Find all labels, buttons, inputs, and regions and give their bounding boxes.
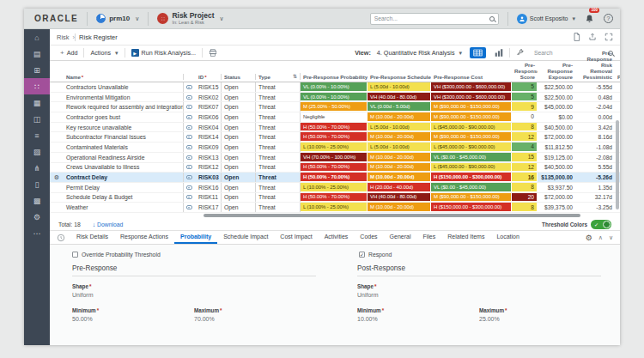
pre-response-exposure-cell[interactable]: $11,812.50 [538, 143, 575, 152]
header-status[interactable]: Status [222, 74, 256, 80]
pre-response-cost-cell[interactable]: L ($45,000.00 - $90,000.00) [431, 123, 512, 132]
pre-response-probability-cell[interactable]: H (50.00% - 70.00%) [301, 163, 368, 173]
sidebar-item-settings[interactable]: ⚙ [24, 209, 50, 225]
risk-status-cell[interactable]: Open [222, 123, 256, 132]
pre-response-exposure-cell[interactable]: $45,000.00 [538, 102, 575, 112]
sort-icon[interactable]: ⇅ [290, 73, 301, 80]
shape-value[interactable]: Uniform [72, 292, 316, 298]
risk-id-cell[interactable]: RISK16 [196, 183, 222, 192]
tab-response-actions[interactable]: Response Actions [114, 231, 174, 244]
pre-response-exposure-cell[interactable]: $3,937.50 [538, 183, 575, 192]
risk-type-cell[interactable]: Threat [256, 143, 290, 152]
risk-row-RISK13[interactable]: Operational Readiness AirsideRISK13OpenT… [50, 153, 620, 163]
checkbox-icon[interactable] [72, 252, 78, 258]
pre-response-score-cell[interactable]: 5 [512, 93, 538, 102]
override-probability-threshold-checkbox[interactable]: Override Probability Threshold [72, 252, 335, 258]
comment-icon[interactable] [184, 183, 196, 192]
risk-name-cell[interactable]: Environmental Mitigation [64, 93, 184, 102]
comment-icon[interactable] [184, 102, 196, 112]
grid-view-button[interactable] [470, 47, 486, 58]
risk-id-cell[interactable]: RISK15 [196, 82, 222, 92]
risk-id-cell[interactable]: RISK11 [196, 193, 222, 203]
header-pre-response-cost[interactable]: Pre-Response Cost [431, 74, 512, 80]
pre-response-probability-cell[interactable]: L (10.00% - 25.00%) [301, 203, 368, 212]
pre-response-risk-removal-pessimistic-cell[interactable]: 3.42d [575, 123, 615, 132]
pre-response-probability-cell[interactable]: H (50.00% - 70.00%) [301, 193, 368, 203]
pre-response-schedule-cell[interactable]: L (5.00d - 10.00d) [368, 143, 431, 152]
risk-type-cell[interactable]: Threat [256, 163, 290, 173]
pre-response-exposure-cell[interactable]: $19,125.00 [538, 153, 575, 162]
panel-settings-icon[interactable]: ⚙ [586, 234, 592, 242]
pre-response-score-cell[interactable]: 4 [512, 143, 538, 152]
sidebar-item-resources[interactable]: ⊞ [24, 62, 50, 78]
risk-row-RISK07[interactable]: Rework required for assembly and integra… [50, 102, 620, 112]
sidebar-item-dashboard[interactable]: ▨ [24, 143, 50, 160]
header-type[interactable]: Type [256, 74, 290, 80]
pre-response-score-cell[interactable]: 12 [512, 163, 538, 173]
risk-status-cell[interactable]: Open [222, 132, 256, 142]
pre-response-risk-removal-pessimistic-cell[interactable]: -1.08d [575, 143, 615, 152]
pre-response-score-cell[interactable]: 8 [512, 123, 538, 132]
pre-response-exposure-cell[interactable]: $0.00 [538, 112, 575, 122]
pre-response-probability-cell[interactable]: M (25.00% - 50.00%) [301, 102, 368, 112]
pre-response-exposure-cell[interactable]: $22,500.00 [538, 93, 575, 102]
pre-response-cost-cell[interactable]: VL ($0.00 - $45,000.00) [431, 183, 512, 192]
risk-row-RISK15[interactable]: Contractors UnavailableRISK15OpenThreatV… [50, 82, 620, 93]
pre-response-cost-cell[interactable]: H ($150,000.00 - $300,000.00) [431, 203, 512, 212]
risk-id-cell[interactable]: RISK06 [196, 112, 222, 122]
sidebar-item-schedule[interactable]: ▤ [24, 46, 50, 62]
pre-response-score-cell[interactable]: 16 [512, 173, 538, 182]
pre-response-schedule-cell[interactable]: M (10.00d - 20.00d) [368, 203, 431, 212]
pre-response-cost-cell[interactable]: M ($90,000.00 - $150,000.00) [431, 112, 512, 122]
pre-response-exposure-cell[interactable]: $72,000.00 [538, 193, 575, 203]
user-menu[interactable]: Scott Esposito ▾ [517, 14, 575, 24]
comment-icon[interactable] [184, 193, 196, 203]
risk-id-cell[interactable]: RISK09 [196, 143, 222, 152]
pre-response-risk-removal-pessimistic-cell[interactable]: 8.16d [575, 132, 615, 142]
risk-row-RISK14[interactable]: Subcontractor Financial IssuesRISK14Open… [50, 132, 620, 143]
risk-status-cell[interactable]: Open [222, 153, 256, 162]
pre-response-cost-cell[interactable]: L ($45,000.00 - $90,000.00) [431, 163, 512, 173]
pre-response-probability-cell[interactable]: H (50.00% - 70.00%) [301, 173, 368, 182]
risk-type-cell[interactable]: Threat [256, 112, 290, 122]
sidebar-item-portfolio[interactable]: ▦ [24, 94, 50, 111]
risk-id-cell[interactable]: RISK12 [196, 163, 222, 173]
chevron-down-icon[interactable]: ∨ [609, 234, 613, 241]
comment-icon[interactable] [184, 203, 196, 212]
risk-type-cell[interactable]: Threat [256, 132, 290, 142]
pre-response-score-cell[interactable]: 8 [512, 203, 538, 212]
environment-switcher[interactable]: prm10 ∨ [96, 14, 139, 23]
download-link[interactable]: ↓Download [93, 221, 124, 228]
risk-name-cell[interactable]: Operational Readiness Airside [64, 153, 184, 162]
maximum-value[interactable]: 70.00% [194, 316, 316, 322]
pre-response-score-cell[interactable]: 8 [512, 183, 538, 192]
risk-type-cell[interactable]: Threat [256, 102, 290, 112]
risk-row-RISK11[interactable]: Schedule Delay & BudgetRISK11OpenThreatH… [50, 193, 620, 203]
sidebar-item-home[interactable]: ⌂ [24, 29, 50, 46]
risk-type-cell[interactable]: Threat [256, 193, 290, 203]
risk-id-cell[interactable]: RISK07 [196, 102, 222, 112]
pre-response-schedule-cell[interactable]: VL (0.00d - 5.00d) [368, 102, 431, 112]
risk-id-cell[interactable]: RISK17 [196, 203, 222, 212]
risk-name-cell[interactable]: Contract Delay [64, 173, 184, 182]
risk-row-RISK06[interactable]: Contractor goes bustRISK06OpenThreatNegl… [50, 112, 620, 123]
header-pre-response-probability[interactable]: Pre-Response Probability [301, 74, 368, 80]
risk-type-cell[interactable]: Threat [256, 93, 290, 102]
customize-button[interactable] [513, 49, 527, 57]
pre-response-score-cell[interactable]: 20 [512, 193, 538, 203]
pre-response-cost-cell[interactable]: L ($45,000.00 - $90,000.00) [431, 143, 512, 152]
page-icon[interactable] [573, 33, 580, 41]
pre-response-cost-cell[interactable]: VH ($300,000.00 - $600,000.00) [431, 82, 512, 92]
risk-name-cell[interactable]: Schedule Delay & Budget [64, 193, 184, 203]
run-risk-analysis-button[interactable]: ▶Run Risk Analysis... [128, 49, 200, 57]
comment-icon[interactable] [184, 173, 196, 182]
pre-response-risk-removal-pessimistic-cell[interactable]: 32.17d [575, 193, 615, 203]
pre-response-probability-cell[interactable]: Negligible [301, 112, 368, 122]
pre-response-probability-cell[interactable]: VL (0.00% - 10.00%) [301, 93, 368, 102]
risk-status-cell[interactable]: Open [222, 173, 256, 182]
risk-name-cell[interactable]: Contractors Unavailable [64, 82, 184, 92]
pre-response-exposure-cell[interactable]: $135,000.00 [538, 173, 575, 182]
sidebar-item-documents[interactable]: ◫ [24, 111, 50, 127]
risk-name-cell[interactable]: Rework required for assembly and integra… [64, 102, 184, 112]
vertical-scrollbar[interactable] [616, 120, 619, 209]
